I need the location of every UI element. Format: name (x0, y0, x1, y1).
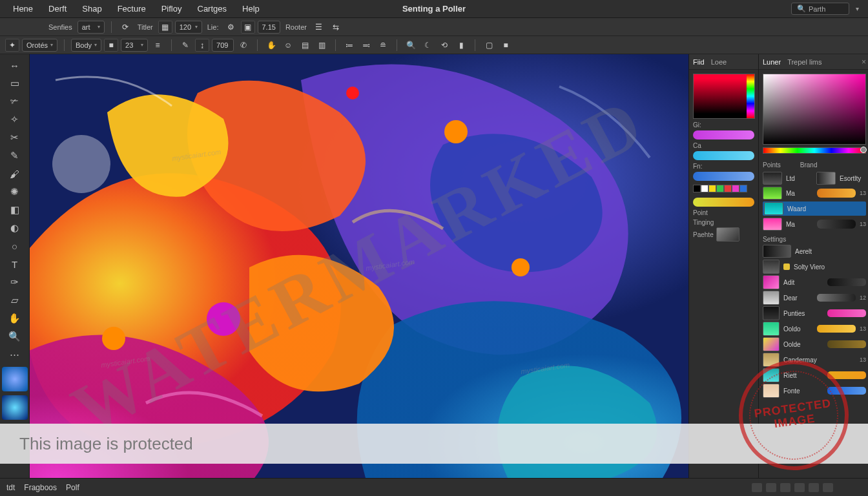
field-709[interactable]: 709 (212, 39, 234, 52)
swatch-stroke-orange[interactable] (693, 198, 754, 207)
swatch-stroke-blue[interactable] (693, 172, 754, 181)
stack-icon[interactable]: ▮ (454, 39, 468, 52)
swatch-stroke-cyan[interactable] (693, 151, 754, 160)
layer-row-1[interactable]: Adit (763, 275, 866, 289)
menu-cartges[interactable]: Cartges (190, 1, 235, 16)
color-field[interactable] (763, 74, 866, 145)
menu-pifloy[interactable]: Pifloy (154, 1, 190, 16)
field-orotes[interactable]: Orotés▾ (22, 39, 57, 52)
pointer-icon[interactable]: ✦ (5, 39, 19, 52)
menu-hene[interactable]: Hene (5, 1, 41, 16)
hue-knob[interactable] (860, 147, 867, 153)
close-window-icon[interactable] (5, 23, 12, 30)
preview-thumb-1[interactable] (2, 367, 28, 391)
status-icon-1[interactable] (752, 483, 762, 492)
align-icon[interactable]: ≡ (150, 39, 165, 52)
brush-preset-4[interactable]: Ma 13 (763, 218, 866, 231)
status-icon-6[interactable] (823, 483, 833, 492)
tab-loee[interactable]: Loee (711, 58, 727, 66)
swatch-stroke-magenta[interactable] (693, 130, 754, 140)
preview-thumb-2[interactable] (2, 395, 28, 420)
tab-trepel[interactable]: Trepel lims (787, 58, 822, 66)
marquee-tool-icon[interactable]: ▭ (3, 75, 27, 92)
window-controls[interactable] (5, 23, 34, 30)
justify-center-icon[interactable]: ≕ (359, 39, 373, 52)
brush-tool-icon[interactable]: 🖌 (3, 165, 27, 182)
field-120[interactable]: 120▾ (175, 21, 202, 34)
justify-right-icon[interactable]: ≘ (376, 39, 390, 52)
texture-thumb[interactable] (716, 227, 739, 242)
tiles-icon[interactable]: ▤ (298, 39, 312, 52)
status-fragboos[interactable]: Fragboos (24, 483, 57, 492)
layer-row-3[interactable]: Punties (763, 306, 866, 320)
close-icon[interactable]: × (862, 57, 866, 67)
status-icon-4[interactable] (794, 483, 805, 492)
hue-slider[interactable] (763, 147, 866, 154)
hand-tool-icon[interactable]: ✋ (3, 310, 27, 327)
zoom-tool-icon[interactable]: 🔍 (3, 328, 27, 345)
status-icon-3[interactable] (780, 483, 790, 492)
status-tdt[interactable]: tdt (6, 483, 15, 492)
gradient-tool-icon[interactable]: ◐ (3, 220, 27, 236)
canvas-area[interactable]: WATERMARKED mysticaiart.com mysticaiart.… (30, 54, 688, 478)
mini-color-picker[interactable] (693, 74, 755, 119)
layer-row-5[interactable]: Oolde (763, 337, 866, 351)
box-icon[interactable]: ■ (104, 39, 118, 52)
menu-derft[interactable]: Derft (41, 1, 74, 16)
grid-icon[interactable]: ▦ (158, 21, 172, 34)
crop-tool-icon[interactable]: ✂ (3, 129, 27, 146)
shape-tool-icon[interactable]: ▱ (3, 292, 27, 309)
hand-icon[interactable]: ✋ (264, 39, 278, 52)
status-polf[interactable]: Polf (66, 483, 79, 492)
justify-left-icon[interactable]: ≔ (342, 39, 356, 52)
layer-row-0[interactable]: Solty Viero (763, 260, 866, 274)
move-tool-icon[interactable]: ↔ (3, 57, 27, 74)
person-icon[interactable]: ☺ (281, 39, 295, 52)
dots-icon[interactable]: ⋯ (3, 346, 27, 363)
wand-tool-icon[interactable]: ✧ (3, 111, 27, 128)
blur-tool-icon[interactable]: ○ (3, 238, 27, 254)
text-tool-icon[interactable]: T (3, 256, 27, 273)
sync-icon[interactable]: ⟲ (437, 39, 451, 52)
field-body[interactable]: Body▾ (71, 39, 101, 52)
lasso-tool-icon[interactable]: ✃ (3, 93, 27, 110)
spacing-icon[interactable]: ↨ (195, 39, 209, 52)
eraser-tool-icon[interactable]: ◧ (3, 202, 27, 218)
menu-help[interactable]: Help (234, 1, 267, 16)
clone-tool-icon[interactable]: ✺ (3, 183, 27, 200)
minimize-window-icon[interactable] (16, 23, 23, 30)
crescent-icon[interactable]: ☾ (420, 39, 435, 52)
status-icon-2[interactable] (766, 483, 776, 492)
tab-fiid[interactable]: Fiid (693, 58, 705, 66)
fill-icon[interactable]: ■ (499, 39, 513, 52)
layer-row-6[interactable]: Candermay13 (763, 353, 866, 367)
chip-icon[interactable]: ▣ (241, 21, 255, 34)
zoom-icon[interactable]: 🔍 (404, 39, 418, 52)
refresh-icon[interactable]: ⟳ (118, 21, 132, 34)
layer-row-2[interactable]: Dear12 (763, 291, 866, 305)
status-icon-5[interactable] (809, 483, 819, 492)
setting-aerelt[interactable]: Aerelt (763, 245, 866, 258)
brush-preset-3[interactable]: Waard (763, 202, 866, 216)
frame-icon[interactable]: ▢ (482, 39, 496, 52)
layers-icon[interactable]: ▥ (315, 39, 329, 52)
wrap-icon[interactable]: ⇆ (329, 21, 343, 34)
field-art[interactable]: art▾ (78, 21, 105, 34)
path-tool-icon[interactable]: ✑ (3, 274, 27, 291)
gear-icon[interactable]: ⚙ (224, 21, 238, 34)
layer-row-8[interactable]: Fonte (763, 384, 866, 398)
eyedropper-tool-icon[interactable]: ✎ (3, 147, 27, 164)
brush-preset-1[interactable]: Ltd Esortlty (763, 172, 866, 185)
layer-row-7[interactable]: Riett (763, 368, 866, 382)
list-icon[interactable]: ☰ (312, 21, 326, 34)
pen-icon[interactable]: ✎ (178, 39, 192, 52)
field-23[interactable]: 23▾ (121, 39, 148, 52)
phone-icon[interactable]: ✆ (236, 39, 251, 52)
swatch-palette[interactable] (693, 185, 754, 192)
brush-preset-2[interactable]: Ma 13 (763, 187, 866, 200)
menu-fecture[interactable]: Fecture (110, 1, 154, 16)
layer-row-4[interactable]: Ooldo13 (763, 322, 866, 336)
tab-luner[interactable]: Luner (763, 58, 781, 66)
chevron-down-icon[interactable]: ▾ (852, 5, 863, 12)
search-input[interactable]: 🔍 Parth (791, 3, 849, 15)
